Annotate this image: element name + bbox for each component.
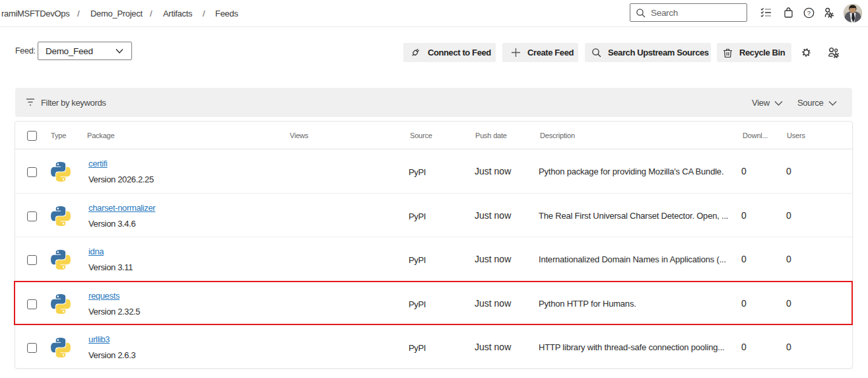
svg-text:?: ? (807, 9, 811, 17)
